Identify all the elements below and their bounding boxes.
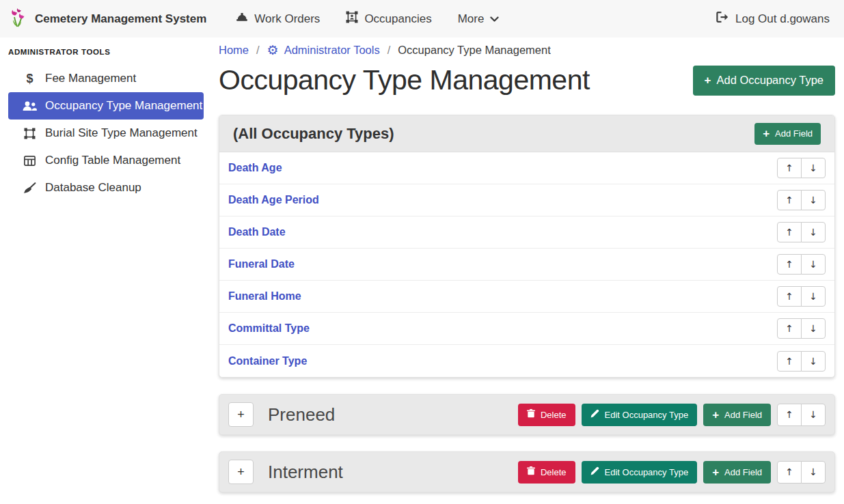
delete-button[interactable]: Delete <box>518 461 575 484</box>
trash-icon <box>527 409 535 420</box>
sidebar-item-config-table-management[interactable]: Config Table Management <box>8 147 204 174</box>
down-arrow-icon: ↓ <box>809 291 817 302</box>
add-occupancy-type-label: Add Occupancy Type <box>716 74 823 87</box>
sign-out-icon <box>716 12 729 26</box>
sidebar-item-fee-management[interactable]: $ Fee Management <box>8 65 204 92</box>
move-down-button[interactable]: ↓ <box>801 286 826 307</box>
move-up-button[interactable]: ↑ <box>777 404 802 426</box>
reorder-buttons: ↑ ↓ <box>777 222 826 242</box>
field-row: Death Age ↑ ↓ <box>219 152 834 184</box>
field-link-death-age-period[interactable]: Death Age Period <box>228 194 319 206</box>
up-arrow-icon: ↑ <box>785 356 793 367</box>
main-content: Home / ⚙ Administrator Tools / Occupancy… <box>219 38 835 504</box>
users-icon <box>22 101 38 111</box>
hard-hat-icon <box>236 12 248 26</box>
move-up-button[interactable]: ↑ <box>777 190 802 210</box>
move-up-button[interactable]: ↑ <box>777 254 802 275</box>
field-link-container-type[interactable]: Container Type <box>228 355 307 367</box>
add-field-button[interactable]: + Add Field <box>754 123 821 145</box>
plus-icon: + <box>705 74 711 86</box>
delete-button[interactable]: Delete <box>518 404 575 426</box>
up-arrow-icon: ↑ <box>785 466 793 477</box>
section-title: Preneed <box>268 404 335 425</box>
breadcrumb-separator: / <box>387 44 391 57</box>
field-row: Container Type ↑ ↓ <box>219 345 834 377</box>
breadcrumb-admin-tools-link[interactable]: ⚙ Administrator Tools <box>267 44 380 57</box>
field-row: Death Date ↑ ↓ <box>219 216 834 249</box>
reorder-buttons: ↑ ↓ <box>777 158 826 178</box>
add-field-button[interactable]: + Add Field <box>703 461 771 484</box>
chevron-down-icon <box>490 12 499 26</box>
move-down-button[interactable]: ↓ <box>801 254 826 275</box>
move-up-button[interactable]: ↑ <box>777 318 802 339</box>
delete-label: Delete <box>541 410 567 420</box>
move-down-button[interactable]: ↓ <box>801 222 826 242</box>
edit-occupancy-type-button[interactable]: Edit Occupancy Type <box>582 404 698 426</box>
move-down-button[interactable]: ↓ <box>801 318 826 339</box>
move-up-button[interactable]: ↑ <box>777 351 802 372</box>
nav-more-label: More <box>458 12 485 26</box>
plus-icon: + <box>712 409 719 421</box>
sidebar-item-label: Database Cleanup <box>45 181 141 195</box>
trash-icon <box>527 466 535 477</box>
sidebar-item-database-cleanup[interactable]: Database Cleanup <box>8 174 204 201</box>
section-actions: Delete Edit Occupancy Type + Add Field ↑… <box>518 404 826 426</box>
move-up-button[interactable]: ↑ <box>777 222 802 242</box>
top-navbar: Cemetery Management System Work Orders <box>0 0 844 38</box>
down-arrow-icon: ↓ <box>809 227 817 238</box>
navbar-links: Work Orders Occupancies More <box>223 11 512 27</box>
move-down-button[interactable]: ↓ <box>801 404 826 426</box>
expand-button[interactable]: + <box>228 460 254 484</box>
reorder-buttons: ↑ ↓ <box>777 190 826 210</box>
all-occupancy-types-title: (All Occupancy Types) <box>233 125 394 143</box>
move-down-button[interactable]: ↓ <box>801 190 826 210</box>
edit-occupancy-type-button[interactable]: Edit Occupancy Type <box>582 461 698 484</box>
expand-button[interactable]: + <box>228 402 254 427</box>
up-arrow-icon: ↑ <box>785 409 793 420</box>
up-arrow-icon: ↑ <box>785 323 793 334</box>
reorder-buttons: ↑ ↓ <box>777 286 826 307</box>
navbar-brand[interactable]: Cemetery Management System <box>10 8 206 31</box>
occupancy-frame-icon <box>346 11 358 27</box>
move-up-button[interactable]: ↑ <box>777 461 802 484</box>
nav-occupancies[interactable]: Occupancies <box>333 11 444 27</box>
move-down-button[interactable]: ↓ <box>801 351 826 372</box>
reorder-buttons: ↑ ↓ <box>777 318 826 339</box>
nav-more[interactable]: More <box>445 12 513 26</box>
sidebar-item-occupancy-type-management[interactable]: Occupancy Type Management <box>8 92 204 120</box>
reorder-buttons: ↑ ↓ <box>777 404 826 426</box>
down-arrow-icon: ↓ <box>809 323 817 334</box>
field-link-death-age[interactable]: Death Age <box>228 162 282 174</box>
reorder-buttons: ↑ ↓ <box>777 254 826 275</box>
field-row: Committal Type ↑ ↓ <box>219 313 834 345</box>
field-link-funeral-home[interactable]: Funeral Home <box>228 290 301 303</box>
table-icon <box>22 156 38 166</box>
all-occupancy-types-header: (All Occupancy Types) + Add Field <box>219 115 834 152</box>
field-link-funeral-date[interactable]: Funeral Date <box>228 258 295 270</box>
add-field-label: Add Field <box>724 467 762 477</box>
logout-link[interactable]: Log Out d.gowans <box>716 12 834 26</box>
nav-work-orders-label: Work Orders <box>254 12 320 26</box>
sidebar-item-burial-site-type-management[interactable]: Burial Site Type Management <box>8 120 204 147</box>
page-title: Occupancy Type Management <box>219 64 590 96</box>
down-arrow-icon: ↓ <box>809 466 817 477</box>
sidebar-heading: Administrator Tools <box>0 38 212 65</box>
field-link-committal-type[interactable]: Committal Type <box>228 322 310 335</box>
title-row: Occupancy Type Management + Add Occupanc… <box>219 64 835 96</box>
move-up-button[interactable]: ↑ <box>777 158 802 178</box>
field-link-death-date[interactable]: Death Date <box>228 226 286 238</box>
breadcrumb-separator: / <box>256 44 260 57</box>
move-down-button[interactable]: ↓ <box>801 461 826 484</box>
add-field-button[interactable]: + Add Field <box>703 404 771 426</box>
occupancy-type-section-preneed: + Preneed Delete Edit <box>219 394 835 435</box>
up-arrow-icon: ↑ <box>785 163 793 173</box>
down-arrow-icon: ↓ <box>809 195 817 206</box>
add-occupancy-type-button[interactable]: + Add Occupancy Type <box>693 66 835 96</box>
move-down-button[interactable]: ↓ <box>801 158 826 178</box>
down-arrow-icon: ↓ <box>809 163 817 173</box>
nav-work-orders[interactable]: Work Orders <box>223 12 333 26</box>
section-actions: Delete Edit Occupancy Type + Add Field ↑… <box>518 461 826 484</box>
breadcrumb-home-link[interactable]: Home <box>219 44 249 57</box>
pencil-icon <box>590 409 599 420</box>
move-up-button[interactable]: ↑ <box>777 286 802 307</box>
